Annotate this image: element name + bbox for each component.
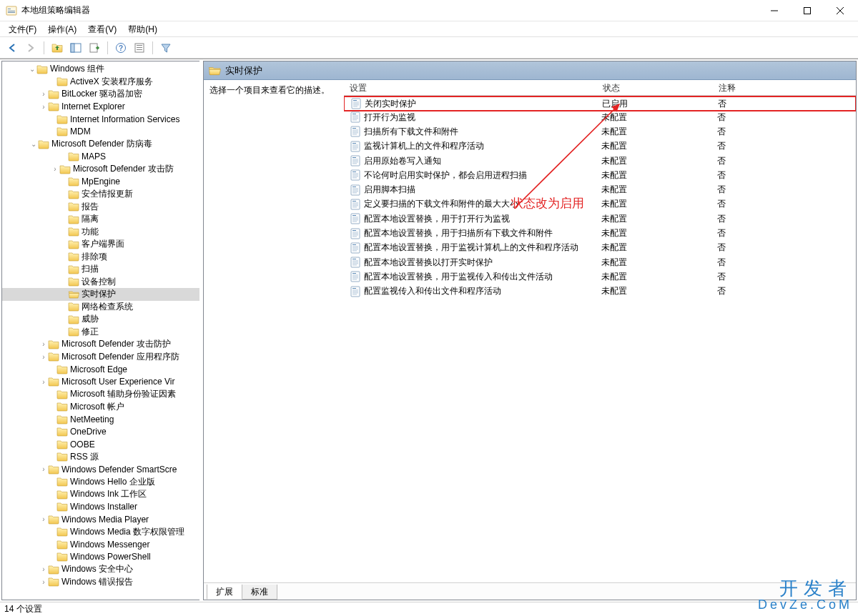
expand-icon[interactable]: ›: [39, 515, 48, 523]
policy-row[interactable]: 扫描所有下载文件和附件未配置否: [344, 124, 856, 139]
help-button[interactable]: ?: [113, 40, 129, 56]
tree-node[interactable]: 隔离: [2, 213, 199, 226]
filter-icon: [161, 43, 171, 53]
tree-node[interactable]: ›Windows 安全中心: [2, 563, 199, 576]
policy-row[interactable]: 打开行为监视未配置否: [344, 110, 856, 124]
policy-row[interactable]: 配置本地设置替换，用于监视计算机上的文件和程序活动未配置否: [344, 241, 856, 255]
tree-node[interactable]: Microsoft 帐户: [2, 401, 199, 414]
policy-row[interactable]: 配置本地设置替换，用于扫描所有下载文件和附件未配置否: [344, 226, 856, 240]
policy-row[interactable]: 不论何时启用实时保护，都会启用进程扫描未配置否: [344, 168, 856, 182]
policy-row[interactable]: 启用脚本扫描未配置否: [344, 182, 856, 197]
folder-icon: [56, 389, 68, 400]
menu-help[interactable]: 帮助(H): [122, 21, 163, 37]
tree-node[interactable]: 排除项: [2, 251, 199, 264]
expand-icon[interactable]: ›: [39, 465, 48, 473]
folder-icon: [56, 76, 68, 87]
policy-row[interactable]: 配置本地设置替换以打开实时保护未配置否: [344, 255, 856, 269]
tab-extended[interactable]: 扩展: [207, 585, 242, 600]
column-header-setting[interactable]: 设置: [344, 82, 603, 95]
tree-node[interactable]: Internet Information Services: [2, 113, 199, 126]
tree-node[interactable]: 功能: [2, 226, 199, 239]
collapse-icon[interactable]: ⌄: [28, 65, 36, 73]
policy-icon: [350, 286, 361, 297]
tree-node-label: OneDrive: [70, 427, 107, 437]
expand-icon[interactable]: ›: [39, 340, 48, 348]
tree-node[interactable]: MpEngine: [2, 176, 199, 189]
tree-node-label: 网络检查系统: [82, 301, 133, 313]
tree-node[interactable]: Windows Hello 企业版: [2, 476, 199, 489]
tree-node[interactable]: Windows Messenger: [2, 538, 199, 551]
policy-row[interactable]: 配置本地设置替换，用于打开行为监视未配置否: [344, 212, 856, 226]
policy-row[interactable]: 定义要扫描的下载文件和附件的最大大小未配置否: [344, 197, 856, 212]
policy-row[interactable]: 启用原始卷写入通知未配置否: [344, 154, 856, 168]
menu-action[interactable]: 操作(A): [42, 21, 82, 37]
tree-node[interactable]: Windows Ink 工作区: [2, 488, 199, 501]
tree-node[interactable]: ›Internet Explorer: [2, 101, 199, 114]
tree-node[interactable]: ⌄Microsoft Defender 防病毒: [2, 138, 199, 151]
tree-node[interactable]: OneDrive: [2, 426, 199, 439]
tree-node[interactable]: Microsoft Edge: [2, 363, 199, 376]
tree-node[interactable]: ›Microsoft Defender 攻击防: [2, 163, 199, 176]
tree-node[interactable]: 设备控制: [2, 276, 199, 289]
tree-node[interactable]: ›Microsoft Defender 应用程序防: [2, 351, 199, 364]
tree-node[interactable]: Windows Media 数字权限管理: [2, 526, 199, 539]
tab-standard[interactable]: 标准: [242, 585, 277, 600]
policy-row[interactable]: 监视计算机上的文件和程序活动未配置否: [344, 139, 856, 154]
tree-node[interactable]: RSS 源: [2, 451, 199, 464]
tree-scroll[interactable]: ⌄Windows 组件ActiveX 安装程序服务›BitLocker 驱动器加…: [2, 61, 199, 600]
tree-node[interactable]: 报告: [2, 201, 199, 214]
tree-node[interactable]: 客户端界面: [2, 238, 199, 251]
filter-button[interactable]: [158, 40, 174, 56]
tree-node[interactable]: 修正: [2, 326, 199, 339]
tree-node[interactable]: ActiveX 安装程序服务: [2, 76, 199, 89]
tree-node[interactable]: 安全情报更新: [2, 188, 199, 201]
expand-icon[interactable]: ›: [39, 578, 48, 586]
expand-icon[interactable]: ›: [39, 103, 48, 111]
policy-comment: 否: [717, 140, 760, 152]
folder-icon: [59, 164, 71, 175]
tree-node[interactable]: Windows PowerShell: [2, 551, 199, 564]
menu-view[interactable]: 查看(V): [82, 21, 122, 37]
policy-row[interactable]: 配置监视传入和传出文件和程序活动未配置否: [344, 284, 856, 299]
tree-node[interactable]: NetMeeting: [2, 413, 199, 426]
tree-node[interactable]: 威胁: [2, 313, 199, 326]
column-header-comment[interactable]: 注释: [719, 82, 761, 95]
minimize-button[interactable]: [758, 0, 791, 21]
expand-icon[interactable]: ›: [51, 165, 59, 173]
back-button[interactable]: [4, 40, 20, 56]
policy-row[interactable]: 配置本地设置替换，用于监视传入和传出文件活动未配置否: [344, 269, 856, 284]
show-hide-button[interactable]: [68, 40, 84, 56]
tree-node[interactable]: ›Windows Media Player: [2, 513, 199, 526]
tree-node[interactable]: 扫描: [2, 263, 199, 276]
tree-node[interactable]: Windows Installer: [2, 501, 199, 514]
policy-row[interactable]: 关闭实时保护已启用否: [344, 96, 856, 111]
menu-file[interactable]: 文件(F): [3, 21, 42, 37]
list-rows[interactable]: 状态改为启用 关闭实时保护已启用否打开行为监视未配置否扫描所有下载文件和附件未配…: [344, 96, 856, 582]
expand-icon[interactable]: ›: [39, 565, 48, 573]
maximize-button[interactable]: [791, 0, 824, 21]
tree-node[interactable]: ›Microsoft User Experience Vir: [2, 376, 199, 389]
up-button[interactable]: [49, 40, 65, 56]
close-button[interactable]: [824, 0, 857, 21]
export-list-button[interactable]: [87, 40, 102, 56]
tree-node[interactable]: ⌄Windows 组件: [2, 63, 199, 76]
policy-state: 未配置: [601, 242, 717, 254]
tree-node[interactable]: ›Windows Defender SmartScre: [2, 463, 199, 476]
tree-node[interactable]: MDM: [2, 126, 199, 139]
column-header-state[interactable]: 状态: [603, 82, 719, 95]
collapse-icon[interactable]: ⌄: [29, 140, 38, 148]
tree-node[interactable]: MAPS: [2, 151, 199, 164]
forward-button[interactable]: [23, 40, 39, 56]
tree-node[interactable]: ›Microsoft Defender 攻击防护: [2, 338, 199, 351]
tree-node[interactable]: ›BitLocker 驱动器加密: [2, 88, 199, 101]
tree-node[interactable]: OOBE: [2, 438, 199, 451]
tree-node[interactable]: ›Windows 错误报告: [2, 576, 199, 589]
tree-node[interactable]: 实时保护: [2, 288, 199, 301]
expand-icon[interactable]: ›: [39, 353, 48, 361]
policy-name: 打开行为监视: [364, 111, 415, 124]
expand-icon[interactable]: ›: [39, 90, 48, 98]
expand-icon[interactable]: ›: [39, 378, 48, 386]
properties-button[interactable]: [132, 40, 147, 56]
tree-node[interactable]: Microsoft 辅助身份验证因素: [2, 388, 199, 401]
tree-node[interactable]: 网络检查系统: [2, 301, 199, 314]
